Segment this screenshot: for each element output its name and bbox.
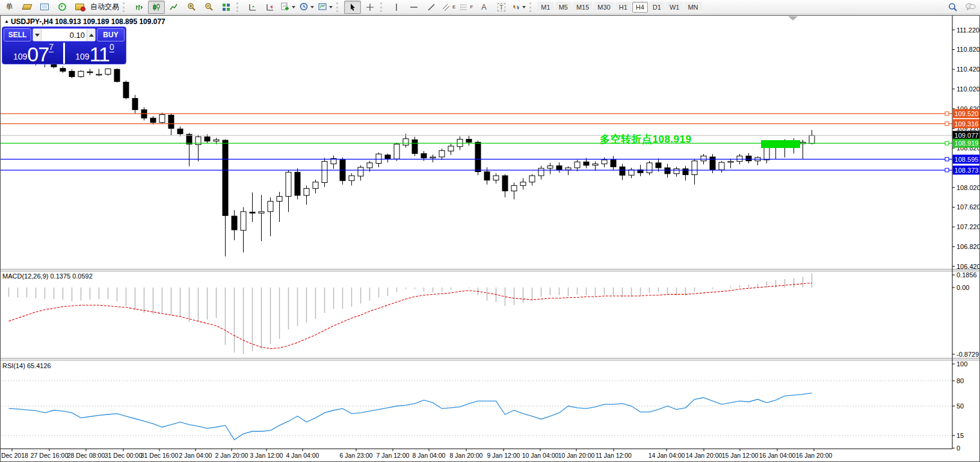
timeframe-m1-button[interactable]: M1 (537, 2, 553, 13)
bear-candle (168, 115, 174, 128)
level-line-handle[interactable] (945, 158, 949, 161)
toolbar-separator (336, 2, 342, 12)
bull-candle (701, 156, 706, 161)
bear-candle (250, 212, 255, 214)
cursor-button[interactable] (344, 1, 361, 14)
bull-candle (349, 176, 354, 180)
tile-windows-button[interactable] (218, 1, 235, 14)
bull-candle (376, 154, 381, 164)
line-chart-icon (170, 3, 178, 11)
signals-button[interactable] (54, 1, 70, 14)
level-line-handle[interactable] (945, 141, 949, 145)
zoom-out-button[interactable] (200, 1, 217, 14)
time-tick-label: 14 Jan 20:00 (686, 452, 723, 459)
timeframe-toolbar: M1M5M15M30H1H4D1W1MN (537, 2, 701, 13)
level-line-handle[interactable] (945, 168, 949, 172)
price-badge-109.316: 109.316 (953, 119, 980, 128)
horizontal-line-button[interactable] (405, 1, 422, 14)
price-tick-label: 107.220 (957, 223, 980, 230)
macd-indicator-label: MACD(12,26,9) 0.1375 0.0592 (2, 273, 93, 280)
new-order-button[interactable]: 单 (1, 1, 18, 14)
macd-tick-label: -0.8729 (957, 351, 979, 358)
crosshair-button[interactable] (362, 1, 378, 14)
timeframe-mn-button[interactable]: MN (684, 2, 701, 13)
bull-candle (575, 162, 580, 168)
zoom-in-button[interactable] (183, 1, 200, 14)
bull-candle (403, 139, 408, 146)
time-tick-label: 3 Jan 12:00 (250, 452, 283, 459)
highlight-rectangle[interactable] (761, 140, 800, 148)
time-tick-label: 31 Dec 16:00 (141, 452, 179, 459)
rsi-tick-label: 15 (957, 432, 964, 439)
timeframe-h4-button[interactable]: H4 (632, 2, 648, 13)
toolbar-separator (123, 2, 129, 12)
timeframe-m30-button[interactable]: M30 (594, 2, 614, 13)
candlestick-chart-button[interactable] (148, 1, 165, 14)
bull-candle (268, 202, 273, 212)
sell-button[interactable]: SELL (4, 28, 31, 42)
mailbox-button[interactable] (71, 1, 88, 14)
level-line-handle[interactable] (945, 112, 949, 116)
volume-stepper (32, 28, 96, 42)
market-watch-button[interactable] (19, 1, 35, 14)
bear-candle (683, 169, 688, 175)
price-badge-label: 108.595 (955, 156, 979, 163)
dropdown-arrow-icon (522, 6, 526, 8)
volume-increase-button[interactable] (87, 29, 95, 41)
macd-tick-label: 0.00 (957, 284, 969, 291)
dropdown-arrow-icon (292, 6, 295, 8)
rsi-tick-label: 50 (957, 402, 964, 410)
chart-canvas[interactable]: 111.220110.820110.420110.020109.620109.2… (0, 0, 980, 462)
timeframe-w1-button[interactable]: W1 (666, 2, 683, 13)
time-tick-label: 11 Jan 12:00 (596, 452, 632, 459)
vertical-line-icon (393, 3, 400, 11)
templates-button[interactable] (316, 1, 334, 14)
bear-candle (60, 69, 66, 72)
bear-candle (186, 134, 192, 144)
rsi-tick-label: 80 (957, 377, 964, 384)
level-line-handle[interactable] (945, 122, 949, 126)
bull-candle (367, 163, 372, 168)
chart-shift-button[interactable] (262, 1, 279, 14)
bull-candle (159, 115, 165, 123)
buy-button[interactable]: BUY (97, 28, 125, 42)
rsi-tick-label: 100 (957, 360, 967, 368)
equidistant-channel-button[interactable]: E (440, 1, 457, 14)
pivot-annotation-text[interactable]: 多空转折点108.919 (600, 132, 691, 146)
bear-candle (150, 118, 156, 122)
bear-candle (484, 171, 490, 180)
periods-button[interactable] (298, 1, 316, 14)
search-button[interactable] (945, 1, 961, 14)
fibonacci-button[interactable]: F (458, 1, 475, 14)
timeframe-d1-button[interactable]: D1 (649, 2, 665, 13)
sell-price[interactable]: 109 07 7 (4, 43, 63, 64)
chat-button[interactable] (962, 1, 979, 14)
time-tick-label: 8 Jan 04:00 (413, 452, 446, 459)
indicators-button[interactable] (279, 1, 297, 14)
trendline-button[interactable] (423, 1, 440, 14)
price-tick-label: 107.620 (957, 203, 980, 211)
bar-chart-button[interactable] (131, 1, 147, 14)
timeframe-m5-button[interactable]: M5 (555, 2, 572, 13)
terminal-button[interactable] (36, 1, 53, 14)
time-tick-label: 14 Jan 04:00 (649, 452, 685, 459)
text-label-button[interactable]: T (493, 1, 510, 14)
line-chart-button[interactable] (165, 1, 182, 14)
volume-input[interactable] (42, 29, 87, 41)
toolbar-separator (236, 2, 242, 12)
arrows-button[interactable] (510, 1, 528, 14)
buy-price[interactable]: 109 11 0 (65, 43, 125, 64)
zoom-in-icon (187, 2, 196, 11)
timeframe-h1-button[interactable]: H1 (615, 2, 631, 13)
price-tick-label: 110.020 (957, 85, 980, 93)
bull-candle (259, 212, 264, 213)
auto-scroll-button[interactable] (244, 1, 261, 14)
bear-candle (656, 163, 661, 168)
fibonacci-icon (460, 3, 469, 11)
autotrading-button[interactable]: 自动交易 (88, 1, 121, 14)
text-button[interactable]: A (475, 1, 492, 14)
bull-candle (78, 71, 84, 76)
volume-decrease-button[interactable] (33, 29, 42, 41)
vertical-line-button[interactable] (388, 1, 405, 14)
timeframe-m15-button[interactable]: M15 (573, 2, 593, 13)
